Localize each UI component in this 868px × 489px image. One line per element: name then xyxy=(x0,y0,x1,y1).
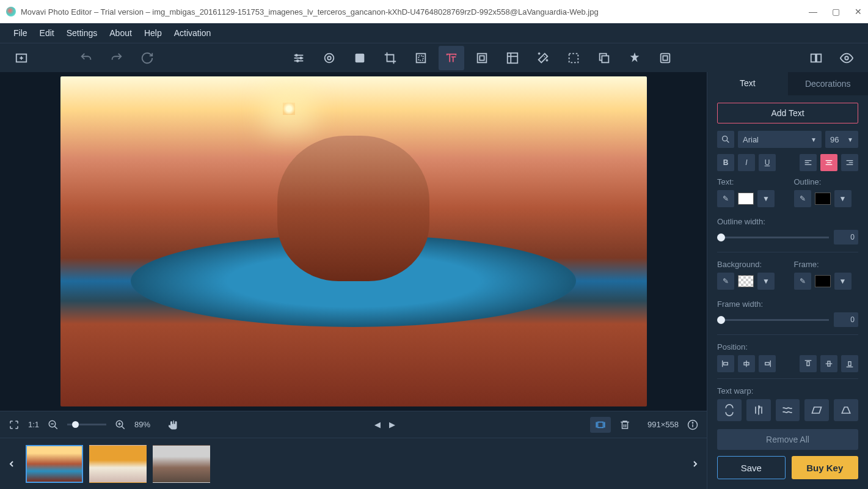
menu-help[interactable]: Help xyxy=(138,23,168,43)
frame-icon[interactable] xyxy=(500,46,525,70)
tab-decorations[interactable]: Decorations xyxy=(788,72,869,95)
pos-top-button[interactable] xyxy=(800,355,817,372)
copy-icon[interactable] xyxy=(591,46,617,70)
align-center-button[interactable] xyxy=(820,154,837,171)
text-icon[interactable] xyxy=(439,46,464,70)
filmstrip-next[interactable] xyxy=(687,446,703,482)
background-icon[interactable] xyxy=(561,46,586,70)
thumb-2[interactable] xyxy=(89,445,147,483)
warp-vertical-button[interactable] xyxy=(746,399,771,421)
outline-width-value[interactable]: 0 xyxy=(834,230,858,244)
align-right-button[interactable] xyxy=(841,154,858,171)
thumb-3[interactable] xyxy=(153,445,210,483)
resize-icon[interactable] xyxy=(408,46,434,70)
undo-button[interactable] xyxy=(73,46,99,70)
remove-all-button[interactable]: Remove All xyxy=(717,429,858,450)
bg-color-swatch[interactable] xyxy=(738,275,754,287)
warp-wave-button[interactable] xyxy=(776,399,800,421)
menu-settings[interactable]: Settings xyxy=(60,23,104,43)
frame-width-slider[interactable] xyxy=(717,319,829,321)
next-button[interactable]: ▶ xyxy=(389,420,395,429)
effects-icon[interactable] xyxy=(316,46,342,70)
filmstrip xyxy=(0,438,707,489)
insert-icon[interactable] xyxy=(622,46,647,70)
warp-perspective-button[interactable] xyxy=(834,399,858,421)
filmstrip-toggle[interactable] xyxy=(590,417,611,433)
warp-arc-button[interactable] xyxy=(717,399,742,421)
zoom-slider[interactable] xyxy=(67,424,106,425)
pos-right-button[interactable] xyxy=(759,355,776,372)
svg-point-6 xyxy=(295,54,297,56)
frame-color-dd[interactable]: ▼ xyxy=(834,273,852,290)
bg-color-dd[interactable]: ▼ xyxy=(757,273,775,290)
text-color-dd[interactable]: ▼ xyxy=(757,190,775,207)
crop-icon[interactable] xyxy=(377,46,403,70)
magic-icon[interactable] xyxy=(530,46,556,70)
outline-eyedrop-icon[interactable]: ✎ xyxy=(794,190,811,207)
close-button[interactable]: ✕ xyxy=(855,7,862,17)
zoom-in-button[interactable] xyxy=(115,419,126,430)
font-size-select[interactable]: 96▼ xyxy=(825,131,858,148)
zoom-out-button[interactable] xyxy=(48,419,59,430)
reset-button[interactable] xyxy=(134,46,160,70)
bold-button[interactable]: B xyxy=(717,154,734,171)
prev-button[interactable]: ◀ xyxy=(374,420,381,429)
fullscreen-button[interactable] xyxy=(9,419,20,430)
frame-eyedrop-icon[interactable]: ✎ xyxy=(794,273,811,290)
svg-point-7 xyxy=(300,57,302,59)
svg-point-10 xyxy=(327,56,331,60)
pos-hcenter-button[interactable] xyxy=(738,355,755,372)
svg-rect-16 xyxy=(507,53,517,63)
svg-point-8 xyxy=(296,60,298,62)
preview-icon[interactable] xyxy=(834,46,859,70)
restore-icon[interactable] xyxy=(652,46,678,70)
bg-eyedrop-icon[interactable]: ✎ xyxy=(717,273,734,290)
menu-about[interactable]: About xyxy=(103,23,138,43)
svg-rect-12 xyxy=(416,53,425,62)
buy-key-button[interactable]: Buy Key xyxy=(792,456,859,479)
outline-color-dd[interactable]: ▼ xyxy=(834,190,852,207)
pos-vcenter-button[interactable] xyxy=(820,355,837,372)
outline-label: Outline: xyxy=(794,177,859,186)
delete-button[interactable] xyxy=(619,419,630,430)
pos-bottom-button[interactable] xyxy=(841,355,858,372)
redo-button[interactable] xyxy=(104,46,129,70)
outline-width-slider[interactable] xyxy=(717,237,829,238)
svg-line-27 xyxy=(54,426,57,429)
pos-left-button[interactable] xyxy=(717,355,734,372)
maximize-button[interactable]: ▢ xyxy=(832,7,840,17)
compare-icon[interactable] xyxy=(803,46,829,70)
menu-activation[interactable]: Activation xyxy=(168,23,217,43)
thumb-1[interactable] xyxy=(26,445,83,483)
canvas[interactable] xyxy=(0,72,707,411)
svg-rect-15 xyxy=(480,56,484,60)
svg-rect-55 xyxy=(765,362,770,365)
font-search-icon[interactable] xyxy=(717,131,734,148)
fit-button[interactable]: 1:1 xyxy=(28,420,39,429)
svg-rect-21 xyxy=(660,53,669,62)
svg-rect-61 xyxy=(848,362,851,366)
underline-button[interactable]: U xyxy=(759,154,776,171)
minimize-button[interactable]: — xyxy=(809,7,817,17)
retouch-icon[interactable] xyxy=(347,46,373,70)
text-color-swatch[interactable] xyxy=(738,193,754,205)
filmstrip-prev[interactable] xyxy=(4,446,20,482)
noise-icon[interactable] xyxy=(469,46,495,70)
italic-button[interactable]: I xyxy=(738,154,755,171)
font-select[interactable]: Arial▼ xyxy=(738,131,822,148)
info-button[interactable] xyxy=(687,419,698,430)
tab-text[interactable]: Text xyxy=(707,72,788,95)
frame-color-swatch[interactable] xyxy=(815,275,831,287)
open-button[interactable] xyxy=(9,46,34,70)
save-button[interactable]: Save xyxy=(717,456,786,479)
frame-width-value[interactable]: 0 xyxy=(834,312,858,327)
add-text-button[interactable]: Add Text xyxy=(717,103,858,123)
outline-color-swatch[interactable] xyxy=(815,193,831,205)
text-eyedrop-icon[interactable]: ✎ xyxy=(717,190,734,207)
pan-button[interactable] xyxy=(169,419,180,430)
warp-skew-button[interactable] xyxy=(804,399,829,421)
align-left-button[interactable] xyxy=(800,154,817,171)
menu-file[interactable]: File xyxy=(7,23,34,43)
adjust-icon[interactable] xyxy=(286,46,312,70)
menu-edit[interactable]: Edit xyxy=(34,23,60,43)
